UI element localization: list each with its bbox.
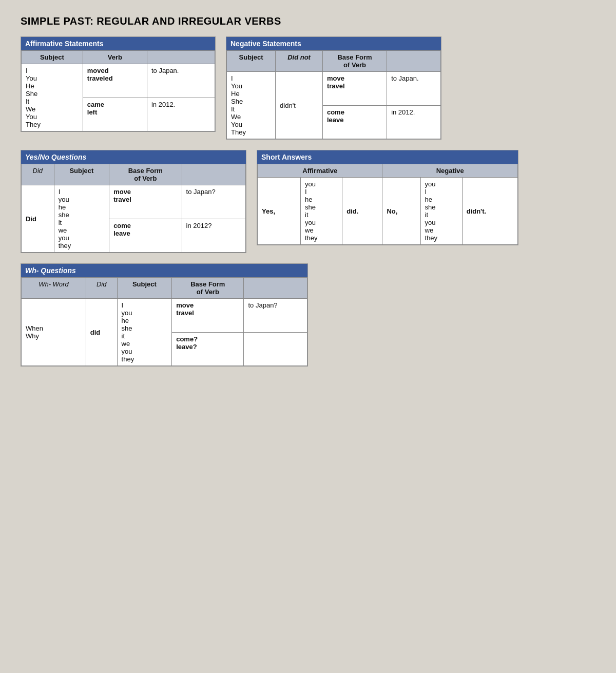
neg-col3-header: Base Form of Verb: [322, 51, 387, 72]
neg-didnot-cell: didn't: [276, 72, 323, 139]
wh-col5-header: [244, 278, 307, 299]
wh-col3-header: Subject: [117, 278, 172, 299]
wh-verb2-cell: come?leave?: [172, 332, 244, 366]
affirmative-statements-table: Affirmative Statements Subject Verb I Yo…: [21, 36, 216, 132]
table-row: When Why did I you he she it we you they…: [22, 299, 307, 333]
wh-questions-table: Wh- Questions Wh- Word Did Subject Base …: [21, 263, 308, 367]
neg-subject-cell: I You He She It We You They: [227, 72, 276, 139]
yesno-questions-table: Yes/No Questions Did Subject Base Form o…: [21, 150, 246, 253]
aff-extra1-cell: to Japan.: [147, 64, 215, 98]
short-aff-pronouns-cell: you I he she it you we they: [301, 178, 342, 245]
yesno-verb1-cell: movetravel: [109, 185, 182, 219]
negative-statements-table: Negative Statements Subject Did not Base…: [226, 36, 441, 140]
page-title: SIMPLE PAST: REGULAR AND IRREGULAR VERBS: [21, 15, 595, 27]
aff-subject-cell: I You He She It We You They: [22, 64, 83, 131]
aff-verb2-cell: cameleft: [83, 98, 147, 131]
wh-extra2-cell: [244, 332, 307, 366]
short-no-cell: No,: [382, 178, 420, 245]
neg-extra1-cell: to Japan.: [387, 72, 441, 106]
neg-col4-header: [387, 51, 441, 72]
yesno-col3-header: Base Form of Verb: [109, 164, 182, 185]
yesno-header-text: Yes/No Questions: [25, 153, 86, 161]
table-row: I You He She It We You They didn't movet…: [227, 72, 441, 106]
wh-col4-header: Base Form of Verb: [172, 278, 244, 299]
neg-col1-header: Subject: [227, 51, 276, 72]
short-didnt-cell: didn't.: [462, 178, 517, 245]
neg-extra2-cell: in 2012.: [387, 105, 441, 139]
wh-col2-header: Did: [86, 278, 117, 299]
table-row: Did I you he she it we you they movetrav…: [22, 185, 246, 219]
aff-extra2-cell: in 2012.: [147, 98, 215, 131]
neg-verb2-cell: comeleave: [322, 105, 387, 139]
short-neg-header: Negative: [382, 164, 518, 178]
yesno-verb2-cell: comeleave: [109, 219, 182, 253]
aff-col2-header: Verb: [83, 51, 147, 64]
yesno-extra1-cell: to Japan?: [182, 185, 245, 219]
neg-col2-header: Did not: [276, 51, 323, 72]
yesno-did-cell: Did: [22, 185, 54, 253]
wh-header: Wh- Questions: [21, 264, 307, 277]
yesno-col2-header: Subject: [54, 164, 109, 185]
yesno-extra2-cell: in 2012?: [182, 219, 245, 253]
short-yes-cell: Yes,: [258, 178, 301, 245]
table-row: Yes, you I he she it you we they did. No…: [258, 178, 518, 245]
aff-col3-header: [147, 51, 215, 64]
wh-header-text: Wh- Questions: [25, 266, 76, 275]
aff-verb1-cell: movedtraveled: [83, 64, 147, 98]
wh-word-cell: When Why: [22, 299, 86, 366]
wh-subject-cell: I you he she it we you they: [117, 299, 172, 366]
yesno-header: Yes/No Questions: [21, 150, 246, 164]
wh-verb1-cell: movetravel: [172, 299, 244, 333]
short-aff-header: Affirmative: [258, 164, 382, 178]
aff-col1-header: Subject: [22, 51, 83, 64]
yesno-subject-cell: I you he she it we you they: [54, 185, 109, 253]
neg-verb1-cell: movetravel: [322, 72, 387, 106]
short-did-cell: did.: [342, 178, 382, 245]
short-header: Short Answers: [257, 150, 518, 164]
yesno-col4-header: [182, 164, 245, 185]
wh-col1-header: Wh- Word: [22, 278, 86, 299]
table-row: I You He She It We You They movedtravele…: [22, 64, 215, 98]
wh-extra1-cell: to Japan?: [244, 299, 307, 333]
yesno-col1-header: Did: [22, 164, 54, 185]
wh-did-cell: did: [86, 299, 117, 366]
short-answers-table: Short Answers Affirmative Negative Yes, …: [257, 150, 518, 245]
negative-header: Negative Statements: [226, 37, 441, 50]
short-neg-pronouns-cell: you I he she it you we they: [420, 178, 462, 245]
affirmative-header: Affirmative Statements: [21, 37, 215, 50]
